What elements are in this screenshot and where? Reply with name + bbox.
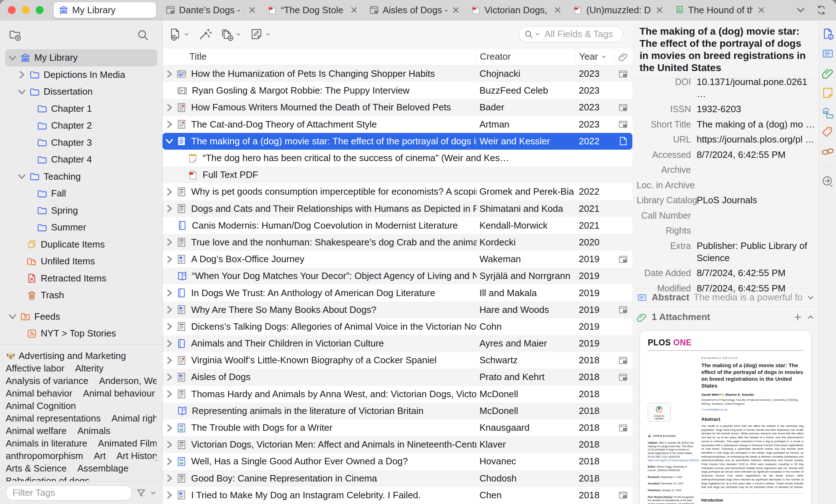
tag-animal-behavior[interactable]: Animal behavior — [6, 388, 72, 399]
chevron-right-icon[interactable] — [16, 69, 27, 80]
chevron-right-icon[interactable] — [164, 473, 175, 484]
item-row-the-making-of-a-dog-movie-star-the-effec[interactable]: The making of a (dog) movie star: The ef… — [163, 133, 632, 150]
tag-analysis-of-variance[interactable]: Analysis of variance — [6, 375, 88, 386]
item-row-victorian-dogs-victorian-men-affect-and-[interactable]: Victorian Dogs, Victorian Men: Affect an… — [163, 436, 632, 453]
item-row-why-is-pet-goods-consumption-imperceptib[interactable]: Why is pet goods consumption imperceptib… — [163, 183, 632, 200]
item-row-dickens-s-talking-dogs-allegories-of-ani[interactable]: Dickens’s Talking Dogs: Allegories of An… — [163, 318, 632, 335]
item-pane-title[interactable]: The making of a (dog) movie star: The ef… — [632, 20, 819, 79]
chevron-down-icon[interactable] — [535, 31, 540, 37]
sidebar-item-unfiled-items[interactable]: Unfiled Items — [0, 253, 162, 270]
column-header-creator[interactable]: Creator — [477, 48, 575, 65]
new-attachment-button[interactable] — [220, 28, 241, 41]
field-value[interactable]: 8/7/2024, 6:42:55 PM — [697, 282, 815, 294]
close-tab-icon[interactable] — [451, 5, 461, 15]
chevron-up-icon[interactable] — [807, 313, 815, 321]
item-row-i-tried-to-make-my-dog-an-instagram-cele[interactable]: I Tried to Make My Dog an Instagram Cele… — [163, 487, 632, 504]
chevron-down-icon[interactable] — [164, 136, 175, 146]
add-attachment-icon[interactable] — [793, 313, 802, 322]
chevron-right-icon[interactable] — [164, 372, 175, 383]
item-info-icon[interactable] — [821, 28, 834, 40]
sidebar-item-chapter-1[interactable]: Chapter 1 — [0, 100, 162, 118]
tags-icon[interactable] — [821, 126, 834, 139]
tag-anderson-wes[interactable]: Anderson, Wes — [99, 375, 156, 386]
locate-icon[interactable] — [821, 175, 834, 188]
notes-icon[interactable] — [821, 86, 834, 99]
search-input[interactable] — [544, 28, 618, 40]
field-value[interactable]: 1932-6203 — [697, 103, 815, 115]
item-row-ryan-gosling-margot-robbie-the-puppy-int[interactable]: Ryan Gosling & Margot Robbie: The Puppy … — [163, 82, 632, 99]
field-value[interactable] — [697, 164, 815, 176]
sidebar-item-fall[interactable]: Fall — [0, 185, 162, 202]
add-collection-icon[interactable] — [9, 29, 21, 41]
field-value[interactable]: The making of a (dog) mo … — [697, 118, 815, 130]
attachments-icon[interactable] — [821, 67, 834, 80]
new-note-button[interactable] — [250, 28, 271, 41]
tag-affective-labor[interactable]: Affective labor — [6, 363, 64, 374]
close-tab-icon[interactable] — [756, 5, 766, 15]
sidebar-item-duplicate-items[interactable]: Duplicate Items — [0, 236, 162, 253]
field-value[interactable]: 10.1371/journal.pone.0261 … — [697, 76, 815, 100]
tag-animals[interactable]: Animals — [78, 425, 110, 436]
collection-search-icon[interactable] — [136, 29, 149, 41]
sidebar-item-retracted-items[interactable]: Retracted Items — [0, 270, 162, 287]
zoom-window-button[interactable] — [36, 6, 44, 14]
chevron-down-icon[interactable] — [7, 311, 18, 322]
item-row-how-the-humanization-of-pets-is-changing[interactable]: How the Humanization of Pets Is Changing… — [163, 65, 632, 82]
tag-arts-science[interactable]: Arts & Science — [6, 463, 67, 474]
tab-un-muzzled-dogs[interactable]: (Un)muzzled: Dogs — [568, 2, 670, 18]
tabs-overflow-icon[interactable] — [795, 5, 806, 15]
tag-animal-behaviour[interactable]: Animal behaviour — [83, 388, 155, 399]
tab-victorian-dogs-vict[interactable]: Victorian Dogs, Vict — [466, 2, 568, 18]
item-row-full-text-pdf[interactable]: Full Text PDF — [163, 166, 632, 183]
chevron-right-icon[interactable] — [164, 423, 175, 433]
tag-animal-welfare[interactable]: Animal welfare — [6, 425, 67, 436]
column-header-title[interactable]: Title — [163, 51, 477, 62]
attachments-section[interactable]: 1 Attachment — [637, 306, 815, 327]
item-row-thomas-hardy-and-animals-by-anna-west-an[interactable]: Thomas Hardy and Animals by Anna West, a… — [163, 386, 632, 403]
related-icon[interactable] — [821, 145, 834, 158]
sidebar-item-chapter-2[interactable]: Chapter 2 — [0, 117, 162, 134]
close-tab-icon[interactable] — [553, 5, 563, 15]
chevron-right-icon[interactable] — [164, 304, 175, 315]
item-row-the-trouble-with-dogs-for-a-writer[interactable]: The Trouble with Dogs for a WriterKnausg… — [163, 419, 632, 436]
sidebar-item-teaching[interactable]: Teaching — [0, 168, 162, 185]
tab-aisles-of-dogs-pra[interactable]: Aisles of Dogs - Pra — [364, 2, 466, 18]
tag-art-history[interactable]: Art History — [116, 450, 156, 461]
field-value[interactable]: PLoS Journals — [697, 194, 815, 206]
tab-the-hound-of-the-ba[interactable]: The Hound of the Ba — [670, 2, 771, 18]
chevron-right-icon[interactable] — [164, 203, 175, 214]
attachment-preview-card[interactable]: PLOS ONE Check for updates OPEN ACCESS — [640, 330, 812, 504]
sidebar-item-feeds[interactable]: Feeds — [0, 308, 162, 325]
item-row-aisles-of-dogs[interactable]: Aisles of DogsPrato and Kehrt2018 — [163, 369, 632, 385]
item-row-true-love-and-the-nonhuman-shakespeare-s[interactable]: True love and the nonhuman: Shakespeare’… — [163, 234, 632, 251]
close-tab-icon[interactable] — [247, 5, 257, 15]
tag-animal-rights[interactable]: Animal rights — [111, 413, 156, 424]
sidebar-item-my-library[interactable]: My Library — [5, 49, 157, 66]
close-tab-icon[interactable] — [349, 5, 359, 15]
item-row-dogs-and-cats-and-their-relationships-wi[interactable]: Dogs and Cats and Their Relationships wi… — [163, 200, 632, 217]
chevron-right-icon[interactable] — [164, 389, 175, 399]
chevron-down-icon[interactable] — [7, 53, 18, 63]
item-row-a-dog-s-box-office-journey[interactable]: A Dog’s Box-Office JourneyWakeman2019 — [163, 251, 632, 268]
item-row-representing-animals-in-the-literature-o[interactable]: Representing animals in the literature o… — [163, 403, 632, 419]
tag-animal-cognition[interactable]: Animal Cognition — [6, 400, 76, 411]
chevron-right-icon[interactable] — [164, 186, 175, 197]
field-value[interactable]: Publisher: Public Library of Science — [697, 240, 815, 264]
field-value[interactable]: https://journals.plos.org/pl … — [697, 133, 815, 145]
chevron-right-icon[interactable] — [164, 490, 175, 500]
item-row-virginia-woolf-s-little-known-biography-[interactable]: Virginia Woolf’s Little-Known Biography … — [163, 352, 632, 369]
tab-the-dog-stole-the[interactable]: “The Dog Stole the — [262, 2, 364, 18]
field-value[interactable] — [697, 179, 815, 191]
tag-filter-funnel-icon[interactable] — [136, 488, 146, 498]
tag-anthropomorphism[interactable]: anthropomorphism — [6, 450, 83, 461]
item-row-when-your-dog-matches-your-decor-object-[interactable]: “When Your Dog Matches Your Decor”: Obje… — [163, 268, 632, 284]
sync-icon[interactable] — [816, 5, 827, 15]
field-value[interactable]: 8/7/2024, 6:42:55 PM — [697, 267, 815, 279]
column-header-attachment[interactable] — [614, 48, 632, 65]
sidebar-item-dissertation[interactable]: Dissertation — [0, 83, 162, 100]
item-row-in-dogs-we-trust-an-anthology-of-america[interactable]: In Dogs We Trust: An Anthology of Americ… — [163, 284, 632, 301]
new-item-button[interactable] — [168, 28, 189, 41]
tag-animated-films[interactable]: Animated Films — [98, 438, 156, 449]
close-tab-icon[interactable] — [655, 5, 665, 15]
chevron-right-icon[interactable] — [164, 69, 175, 79]
